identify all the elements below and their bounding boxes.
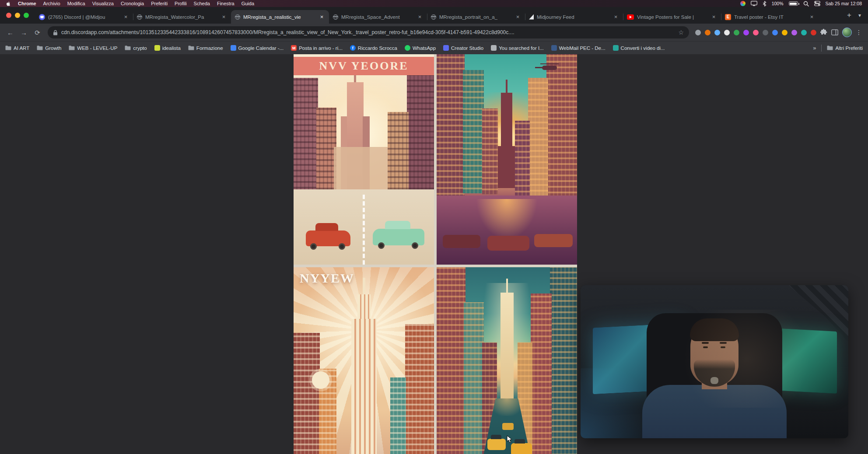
color-profile-icon[interactable] [740, 1, 746, 6]
tab-close-icon[interactable]: × [220, 14, 227, 20]
bookmarks-overflow-chevron[interactable]: » [813, 45, 816, 51]
bookmark-folder-ai-art[interactable]: AI ART [5, 45, 29, 51]
extension-icon[interactable] [714, 30, 720, 35]
bookmark-label: WebMail PEC - De... [559, 45, 606, 51]
tab-portrait[interactable]: MRregista_portrait_on_a_ × [427, 10, 525, 24]
bookmark-gmail-inbox[interactable]: M Posta in arrivo - ri... [291, 45, 343, 51]
bookmark-you-searched[interactable]: You searched for I... [491, 45, 544, 51]
tab-etsy[interactable]: E Travel poster - Etsy IT × [721, 10, 819, 24]
control-center-icon[interactable] [814, 1, 820, 6]
bookmark-webmail-pec[interactable]: WebMail PEC - De... [551, 45, 606, 51]
bookmark-google-calendar[interactable]: Google Calendar -... [231, 45, 284, 51]
window-maximize-button[interactable] [24, 13, 29, 18]
bookmark-facebook-profile[interactable]: f Riccardo Scrocca [350, 45, 397, 51]
side-panel-icon[interactable] [831, 29, 838, 35]
poster-building [496, 146, 517, 188]
tab-close-icon[interactable]: × [710, 14, 717, 20]
extension-icon[interactable] [772, 30, 778, 35]
tab-search-chevron-icon[interactable]: ▾ [855, 12, 864, 18]
extension-icon[interactable] [734, 30, 739, 35]
battery-icon[interactable] [789, 1, 798, 6]
menu-item-modifica[interactable]: Modifica [67, 0, 85, 7]
tab-close-icon[interactable]: × [416, 14, 423, 20]
bluetooth-icon[interactable] [763, 1, 766, 7]
back-button[interactable]: ← [4, 27, 16, 38]
extension-icon[interactable] [801, 30, 807, 35]
tab-close-icon[interactable]: × [318, 14, 325, 20]
tab-close-icon[interactable]: × [514, 14, 521, 20]
extension-icon[interactable] [763, 30, 768, 35]
tab-close-icon[interactable]: × [808, 14, 815, 20]
forward-button[interactable]: → [18, 27, 30, 38]
extension-icon[interactable] [791, 30, 797, 35]
extension-icon[interactable] [753, 30, 759, 35]
poster-new-york-bottom-left: NYYEW [294, 267, 434, 454]
tab-vintage-posters[interactable]: Vintage Posters for Sale | × [623, 10, 721, 24]
apple-logo-icon[interactable] [6, 1, 11, 7]
display-mirroring-icon[interactable] [751, 1, 757, 6]
bookmark-whatsapp[interactable]: WhatsApp [405, 45, 436, 51]
menu-item-archivio[interactable]: Archivio [43, 0, 60, 7]
tab-close-icon[interactable]: × [612, 14, 619, 20]
profile-avatar[interactable] [842, 28, 852, 37]
bookmark-folder-formazione[interactable]: Formazione [188, 45, 223, 51]
extension-icon[interactable] [695, 30, 701, 35]
menubar-clock[interactable]: Sab 25 mar 12:08 [826, 0, 862, 7]
tab-realistic-view-active[interactable]: MRregista_a_realistic_vie × [231, 10, 329, 24]
menu-item-scheda[interactable]: Scheda [194, 0, 210, 7]
chrome-menu-kebab-icon[interactable]: ⋮ [856, 29, 862, 36]
spotlight-search-icon[interactable] [803, 1, 809, 7]
extension-icon[interactable] [811, 30, 816, 35]
gmail-favicon-icon: M [291, 45, 297, 51]
menu-item-finestra[interactable]: Finestra [217, 0, 234, 7]
menu-item-profili[interactable]: Profili [175, 0, 187, 7]
bookmark-folder-web-level-up[interactable]: WEB - LEVEL-UP [69, 45, 117, 51]
vintage-car-teal [373, 229, 424, 245]
bookmark-folder-crypto[interactable]: crypto [125, 45, 147, 51]
discord-favicon-icon [39, 14, 45, 20]
extension-icon[interactable] [724, 30, 730, 35]
extension-icon[interactable] [743, 30, 749, 35]
menu-item-guida[interactable]: Guida [242, 0, 254, 7]
poster-building [515, 121, 530, 202]
poster-building [531, 293, 552, 454]
tab-label: Midjourney Feed [537, 14, 609, 20]
globe-favicon-icon [431, 14, 436, 20]
window-minimize-button[interactable] [15, 13, 20, 18]
url-text: cdn.discordapp.com/attachments/101351233… [61, 29, 675, 35]
menu-item-preferiti[interactable]: Preferiti [151, 0, 168, 7]
bookmark-label: crypto [133, 45, 147, 51]
menu-item-cronologia[interactable]: Cronologia [121, 0, 144, 7]
helicopter [542, 66, 557, 70]
tab-watercolor[interactable]: MRregista_Watercolor_Pa × [133, 10, 231, 24]
bookmark-folder-altri-preferiti[interactable]: Altri Preferiti [827, 45, 863, 51]
car-roof [385, 221, 410, 229]
bookmark-star-icon[interactable]: ☆ [678, 29, 684, 36]
reload-button[interactable]: ⟳ [32, 27, 43, 38]
sailboat-favicon-icon [529, 14, 534, 20]
menu-item-visualizza[interactable]: Visualizza [92, 0, 114, 7]
extension-icon[interactable] [782, 30, 788, 35]
calendar-favicon-icon [231, 45, 236, 51]
tab-midjourney-feed[interactable]: Midjourney Feed × [525, 10, 623, 24]
bookmark-creator-studio[interactable]: Creator Studio [443, 45, 483, 51]
extension-icon[interactable] [705, 30, 710, 35]
bookmark-folder-growth[interactable]: Growth [37, 45, 61, 51]
etsy-favicon-icon: E [725, 14, 731, 20]
tab-discord[interactable]: (2765) Discord | @Midjou × [35, 10, 133, 24]
address-bar[interactable]: cdn.discordapp.com/attachments/101351233… [48, 26, 689, 38]
tab-close-icon[interactable]: × [122, 14, 129, 20]
tab-space-adventure[interactable]: MRregista_Space_Advent × [329, 10, 427, 24]
yellow-taxi [487, 439, 506, 450]
bookmark-converti-video[interactable]: Converti i video di... [613, 45, 665, 51]
menu-item-chrome[interactable]: Chrome [18, 0, 36, 7]
extensions-puzzle-icon[interactable] [820, 29, 827, 36]
tab-label: Travel poster - Etsy IT [734, 14, 805, 20]
yellow-taxi [502, 423, 514, 430]
lock-icon[interactable] [53, 30, 58, 35]
new-tab-button[interactable]: + [844, 10, 855, 21]
folder-icon [5, 45, 11, 50]
bookmark-idealista[interactable]: idealista [154, 45, 181, 51]
window-close-button[interactable] [6, 13, 11, 18]
globe-favicon-icon [235, 14, 240, 20]
